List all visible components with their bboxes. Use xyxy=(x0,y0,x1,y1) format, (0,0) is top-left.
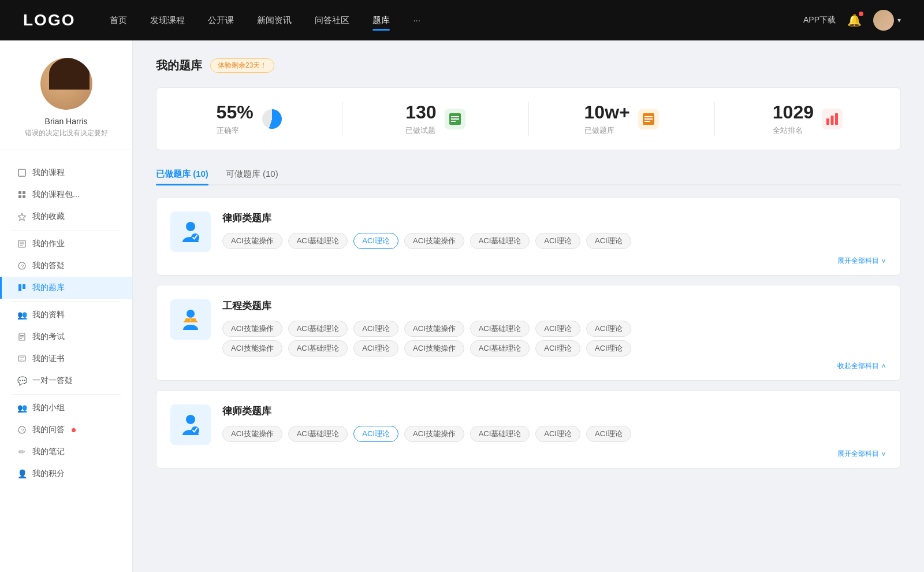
tag-1-1[interactable]: ACI基础理论 xyxy=(288,233,348,249)
cert-icon xyxy=(17,354,27,363)
my-qa-icon: ? xyxy=(17,425,27,434)
tag-3-6[interactable]: ACI理论 xyxy=(586,426,631,442)
sidebar-item-favorites[interactable]: 我的收藏 xyxy=(0,206,132,228)
nav-news[interactable]: 新闻资讯 xyxy=(257,13,292,28)
stat-done-banks: 10w+ 已做题库 xyxy=(529,102,715,136)
tags-row-2b: ACI技能操作 ACI基础理论 ACI理论 ACI技能操作 ACI基础理论 AC… xyxy=(222,340,886,356)
tag-2-4[interactable]: ACI基础理论 xyxy=(470,321,530,337)
user-avatar-nav[interactable]: ▾ xyxy=(873,10,901,31)
app-download-button[interactable]: APP下载 xyxy=(803,15,836,25)
tag-2-3[interactable]: ACI技能操作 xyxy=(404,321,464,337)
sidebar-item-course-package[interactable]: 我的课程包... xyxy=(0,184,132,206)
tags-row-3: ACI技能操作 ACI基础理论 ACI理论 ACI技能操作 ACI基础理论 AC… xyxy=(222,426,886,442)
tag-2-6[interactable]: ACI理论 xyxy=(586,321,631,337)
sidebar-item-homework[interactable]: 我的作业 xyxy=(0,233,132,255)
sidebar-avatar-img xyxy=(40,58,92,110)
lawyer-icon-wrap-2 xyxy=(170,404,211,445)
tag-1-6[interactable]: ACI理论 xyxy=(586,233,631,249)
tag-1-5[interactable]: ACI理论 xyxy=(535,233,580,249)
engineer-icon-wrap xyxy=(170,299,211,340)
svg-rect-4 xyxy=(23,195,25,198)
qbank-name-1: 律师类题库 xyxy=(222,211,886,225)
notification-bell[interactable]: 🔔 xyxy=(847,13,862,27)
sidebar-avatar xyxy=(40,58,92,110)
sidebar-item-materials[interactable]: 👥 我的资料 xyxy=(0,304,132,326)
svg-rect-32 xyxy=(830,116,833,125)
sidebar-item-exam[interactable]: 我的考试 xyxy=(0,326,132,348)
package-icon xyxy=(17,190,27,199)
pie-chart-icon xyxy=(262,109,282,129)
notes-icon: ✏ xyxy=(17,447,27,456)
one-on-one-icon: 💬 xyxy=(17,376,27,385)
stat-accuracy: 55% 正确率 xyxy=(157,102,342,136)
accuracy-icon xyxy=(262,109,282,129)
sidebar-item-certificate[interactable]: 我的证书 xyxy=(0,348,132,370)
tag-3-0[interactable]: ACI技能操作 xyxy=(222,426,282,442)
tag-2b-3[interactable]: ACI技能操作 xyxy=(404,340,464,356)
svg-rect-13 xyxy=(23,284,25,289)
notification-badge xyxy=(859,12,863,16)
qbank-header-1: 律师类题库 ACI技能操作 ACI基础理论 ACI理论 ACI技能操作 ACI基… xyxy=(170,211,886,266)
qbank-name-2: 工程类题库 xyxy=(222,299,886,313)
divider-1 xyxy=(12,230,121,231)
tag-2-1[interactable]: ACI基础理论 xyxy=(288,321,348,337)
user-name: Brian Harris xyxy=(45,117,88,126)
tags-row-1: ACI技能操作 ACI基础理论 ACI理论 ACI技能操作 ACI基础理论 AC… xyxy=(222,233,886,249)
qbank-card-lawyer-2: 律师类题库 ACI技能操作 ACI基础理论 ACI理论 ACI技能操作 ACI基… xyxy=(156,390,901,469)
sidebar-item-qa[interactable]: ? 我的答疑 xyxy=(0,255,132,277)
tag-2b-2[interactable]: ACI理论 xyxy=(353,340,398,356)
sidebar-item-notes[interactable]: ✏ 我的笔记 xyxy=(0,441,132,463)
qbank-icon xyxy=(17,283,27,292)
collapse-link-2[interactable]: 收起全部科目 ∧ xyxy=(222,361,886,371)
tag-1-4[interactable]: ACI基础理论 xyxy=(470,233,530,249)
materials-icon: 👥 xyxy=(17,310,27,320)
tag-2b-5[interactable]: ACI理论 xyxy=(535,340,580,356)
tab-done-banks[interactable]: 已做题库 (10) xyxy=(156,164,208,184)
nav-discover[interactable]: 发现课程 xyxy=(150,13,185,28)
tag-2-0[interactable]: ACI技能操作 xyxy=(222,321,282,337)
sidebar-item-one-on-one[interactable]: 💬 一对一答疑 xyxy=(0,370,132,392)
nav-home[interactable]: 首页 xyxy=(110,13,127,28)
tab-available-banks[interactable]: 可做题库 (10) xyxy=(226,164,278,184)
svg-point-36 xyxy=(187,310,195,318)
navbar-right: APP下载 🔔 ▾ xyxy=(803,10,901,31)
tag-2b-4[interactable]: ACI基础理论 xyxy=(470,340,530,356)
nav-question-bank[interactable]: 题库 xyxy=(372,13,390,28)
qbank-body-1: 律师类题库 ACI技能操作 ACI基础理论 ACI理论 ACI技能操作 ACI基… xyxy=(222,211,886,266)
sidebar-item-my-courses[interactable]: 我的课程 xyxy=(0,162,132,184)
expand-link-3[interactable]: 展开全部科目 ∨ xyxy=(222,447,886,459)
tag-2b-6[interactable]: ACI理论 xyxy=(586,340,631,356)
tag-2b-0[interactable]: ACI技能操作 xyxy=(222,340,282,356)
svg-rect-12 xyxy=(18,284,21,291)
tag-2-2[interactable]: ACI理论 xyxy=(353,321,398,337)
tag-2b-1[interactable]: ACI基础理论 xyxy=(288,340,348,356)
tag-3-3[interactable]: ACI技能操作 xyxy=(404,426,464,442)
sidebar-item-question-bank[interactable]: 我的题库 xyxy=(0,277,132,299)
divider-2 xyxy=(12,301,121,302)
tag-2-5[interactable]: ACI理论 xyxy=(535,321,580,337)
sidebar-item-points[interactable]: 👤 我的积分 xyxy=(0,463,132,485)
nav-open-course[interactable]: 公开课 xyxy=(208,13,234,28)
engineer-svg xyxy=(178,307,203,332)
group-icon: 👥 xyxy=(17,403,27,413)
sidebar-item-groups[interactable]: 👥 我的小组 xyxy=(0,397,132,419)
tag-3-5[interactable]: ACI理论 xyxy=(535,426,580,442)
stat-done-questions: 130 已做试题 xyxy=(342,102,528,136)
tag-1-2[interactable]: ACI理论 xyxy=(353,233,398,249)
svg-rect-31 xyxy=(826,118,829,125)
sidebar-item-my-qa[interactable]: ? 我的问答 xyxy=(0,419,132,441)
nav-more[interactable]: ··· xyxy=(413,13,420,28)
tag-1-3[interactable]: ACI技能操作 xyxy=(404,233,464,249)
tag-1-0[interactable]: ACI技能操作 xyxy=(222,233,282,249)
svg-text:?: ? xyxy=(21,428,24,433)
page-title: 我的题库 xyxy=(156,58,202,73)
divider-3 xyxy=(12,394,121,395)
nav-avatar xyxy=(873,10,894,31)
tag-3-4[interactable]: ACI基础理论 xyxy=(470,426,530,442)
tag-3-2[interactable]: ACI理论 xyxy=(353,426,398,442)
nav-qa[interactable]: 问答社区 xyxy=(315,13,349,28)
tag-3-1[interactable]: ACI基础理论 xyxy=(288,426,348,442)
done-questions-icon xyxy=(445,109,465,129)
user-info: Brian Harris 错误的决定比没有决定要好 xyxy=(0,58,132,150)
expand-link-1[interactable]: 展开全部科目 ∨ xyxy=(222,254,886,266)
